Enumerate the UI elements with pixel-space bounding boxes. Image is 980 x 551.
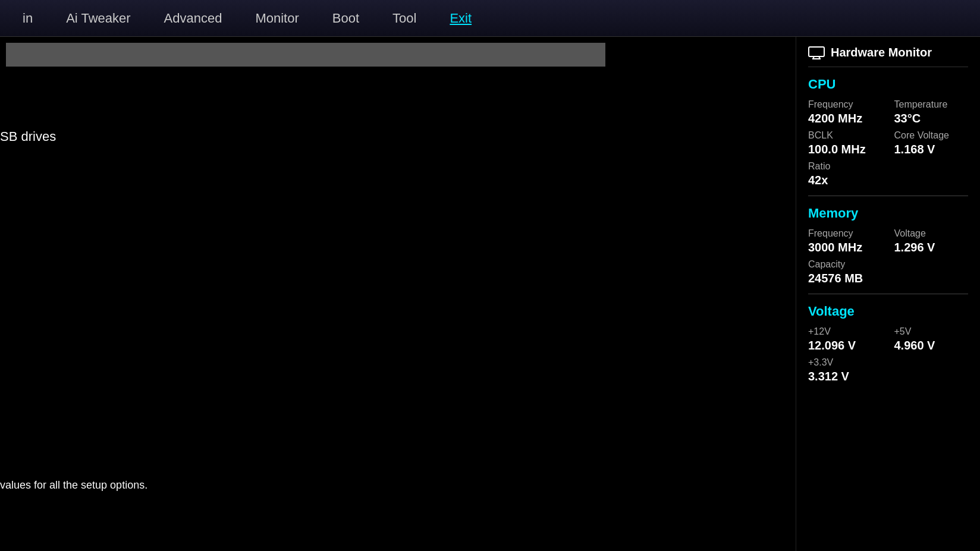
cpu-core-voltage-metric: Core Voltage 1.168 V [894, 130, 969, 156]
memory-frequency-label: Frequency [808, 228, 882, 239]
cpu-temperature-label: Temperature [894, 99, 969, 110]
voltage-12v-label: +12V [808, 326, 882, 337]
nav-item-ai-tweaker[interactable]: Ai Tweaker [49, 0, 147, 36]
main-layout: SB drives values for all the setup optio… [0, 37, 980, 551]
memory-capacity-metric: Capacity 24576 MB [808, 259, 968, 285]
cpu-memory-divider [808, 196, 968, 196]
hardware-monitor-panel: Hardware Monitor CPU Frequency 4200 MHz … [796, 37, 980, 551]
memory-voltage-label: Voltage [894, 228, 969, 239]
cpu-freq-temp-grid: Frequency 4200 MHz Temperature 33°C [808, 99, 968, 125]
memory-voltage-metric: Voltage 1.296 V [894, 228, 969, 254]
usb-drives-label: SB drives [0, 129, 56, 144]
voltage-33v-value: 3.312 V [808, 370, 968, 383]
memory-capacity-value: 24576 MB [808, 272, 968, 285]
voltage-12v-metric: +12V 12.096 V [808, 326, 882, 352]
cpu-ratio-label: Ratio [808, 161, 968, 172]
memory-voltage-value: 1.296 V [894, 241, 969, 254]
nav-item-advanced[interactable]: Advanced [147, 0, 239, 36]
memory-freq-voltage-grid: Frequency 3000 MHz Voltage 1.296 V [808, 228, 968, 254]
footer-text: values for all the setup options. [0, 479, 147, 492]
voltage-5v-metric: +5V 4.960 V [894, 326, 969, 352]
voltage-33v-metric: +3.3V 3.312 V [808, 357, 968, 383]
voltage-12v-5v-grid: +12V 12.096 V +5V 4.960 V [808, 326, 968, 352]
cpu-core-voltage-label: Core Voltage [894, 130, 969, 141]
memory-capacity-label: Capacity [808, 259, 968, 270]
cpu-bclk-label: BCLK [808, 130, 882, 141]
cpu-frequency-value: 4200 MHz [808, 112, 882, 125]
cpu-ratio-metric: Ratio 42x [808, 161, 968, 187]
hardware-monitor-header: Hardware Monitor [808, 37, 968, 67]
nav-item-monitor[interactable]: Monitor [238, 0, 315, 36]
voltage-5v-label: +5V [894, 326, 969, 337]
cpu-bclk-value: 100.0 MHz [808, 143, 882, 156]
voltage-section-title: Voltage [808, 304, 968, 319]
cpu-temperature-metric: Temperature 33°C [894, 99, 969, 125]
nav-item-main[interactable]: in [6, 0, 49, 36]
monitor-icon [808, 46, 825, 59]
cpu-temperature-value: 33°C [894, 112, 969, 125]
nav-item-boot[interactable]: Boot [316, 0, 376, 36]
content-area: SB drives values for all the setup optio… [0, 37, 796, 551]
cpu-frequency-label: Frequency [808, 99, 882, 110]
info-bar [6, 43, 605, 67]
hardware-monitor-title: Hardware Monitor [831, 46, 932, 59]
cpu-section-title: CPU [808, 77, 968, 92]
cpu-ratio-value: 42x [808, 174, 968, 187]
memory-section-title: Memory [808, 206, 968, 221]
cpu-bclk-voltage-grid: BCLK 100.0 MHz Core Voltage 1.168 V [808, 130, 968, 156]
memory-frequency-value: 3000 MHz [808, 241, 882, 254]
nav-bar: in Ai Tweaker Advanced Monitor Boot Tool… [0, 0, 980, 37]
memory-frequency-metric: Frequency 3000 MHz [808, 228, 882, 254]
cpu-core-voltage-value: 1.168 V [894, 143, 969, 156]
nav-item-exit[interactable]: Exit [433, 0, 488, 36]
memory-voltage-divider [808, 294, 968, 294]
voltage-12v-value: 12.096 V [808, 339, 882, 352]
svg-rect-0 [809, 47, 824, 56]
cpu-bclk-metric: BCLK 100.0 MHz [808, 130, 882, 156]
nav-item-tool[interactable]: Tool [376, 0, 433, 36]
cpu-frequency-metric: Frequency 4200 MHz [808, 99, 882, 125]
voltage-5v-value: 4.960 V [894, 339, 969, 352]
voltage-33v-label: +3.3V [808, 357, 968, 368]
